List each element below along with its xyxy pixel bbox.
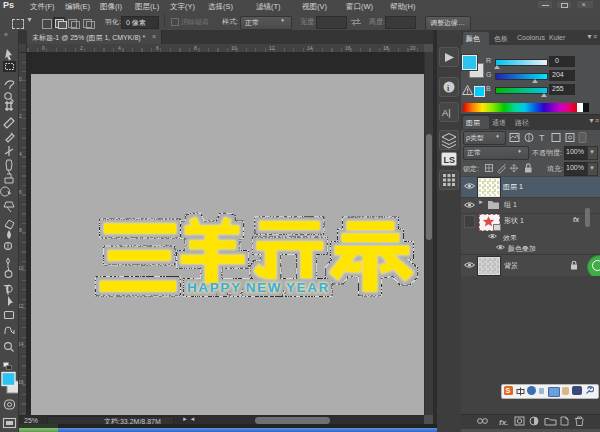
svg-text:A|: A| xyxy=(442,107,451,118)
svg-text:LS: LS xyxy=(444,155,456,165)
svg-text:T: T xyxy=(4,283,11,295)
svg-text:T: T xyxy=(539,133,545,143)
svg-text:fx.: fx. xyxy=(499,418,508,427)
